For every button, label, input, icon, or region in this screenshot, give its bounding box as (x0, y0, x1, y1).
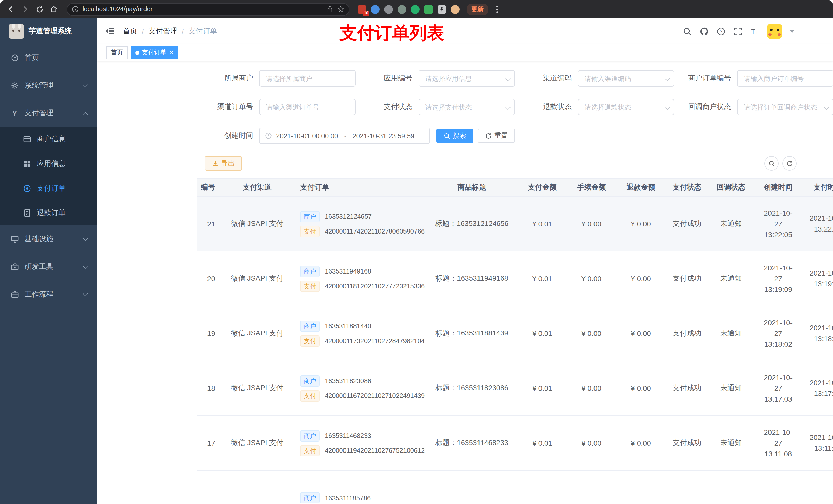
sidebar-item-system[interactable]: 系统管理 (0, 72, 97, 99)
site-info-icon[interactable] (72, 6, 79, 13)
create-time-range-picker[interactable]: 2021-10-01 00:00:00 - 2021-10-31 23:59:5… (259, 127, 430, 144)
chevron-down-icon (83, 82, 88, 87)
font-size-icon[interactable]: TT (750, 27, 759, 36)
app-select[interactable] (419, 70, 515, 87)
dashboard-icon (10, 53, 19, 62)
extension-icon-green-square[interactable] (424, 5, 433, 14)
url-text[interactable]: localhost:1024/pay/order (82, 6, 323, 13)
channel-order-no-input[interactable] (259, 99, 356, 115)
sidebar-item-pay-order[interactable]: 支付订单 (0, 176, 97, 201)
pay-status-select[interactable] (419, 99, 515, 115)
extension-icon-gray-1[interactable] (384, 5, 393, 14)
table-header-row: 编号 支付渠道 支付订单 商品标题 支付金额 手续金额 退款金额 支付状态 回调… (197, 178, 833, 196)
table-toolbar: 导出 (97, 156, 833, 171)
filter-form: 所属商户 应用编号 渠道编码 (97, 62, 833, 144)
bookmark-star-icon[interactable] (337, 6, 344, 13)
forward-icon[interactable] (20, 4, 31, 15)
refund-status-select[interactable] (578, 99, 674, 115)
extension-icon-green-circle[interactable] (411, 5, 420, 14)
merchant-order-no: 1635311468233 (325, 432, 371, 439)
sidebar-item-home[interactable]: 首页 (0, 44, 97, 72)
refund-amount: ¥ 0.00 (614, 416, 668, 471)
sidebar-item-infra[interactable]: 基础设施 (0, 225, 97, 253)
notify-status-select[interactable] (737, 99, 833, 115)
sidebar-item-refund-order[interactable]: 退款订单 (0, 201, 97, 225)
pay-status: 支付成功 (668, 361, 706, 416)
merchant-order-no: 1635311823086 (325, 377, 371, 385)
product-title (428, 471, 515, 504)
back-icon[interactable] (5, 4, 16, 15)
channel-pay-no: 4200001181202110277723215336 (325, 282, 425, 290)
date-start[interactable]: 2021-10-01 00:00:00 (276, 132, 338, 140)
home-icon[interactable] (48, 4, 60, 15)
sidebar-item-devtools[interactable]: 研发工具 (0, 253, 97, 281)
create-time: 2021-10-2713:11:08 (756, 416, 800, 471)
active-tab-dot (135, 50, 139, 54)
pay-order-cell: 商户 1635311468233 支付 42000011942021102767… (295, 416, 428, 471)
table-row: 19 微信 JSAPI 支付 商户 1635311881440 支付 42000… (197, 306, 833, 361)
toggle-search-button[interactable] (764, 156, 779, 171)
sidebar-fold-icon[interactable] (104, 26, 115, 36)
merchant-order-no: 1635311185786 (325, 494, 371, 502)
search-button[interactable]: 搜索 (436, 128, 473, 143)
sidebar-item-workflow[interactable]: 工作流程 (0, 281, 97, 308)
notify-status: 未通知 (706, 251, 756, 306)
pay-order-cell: 商户 1635311823086 支付 42000011672021102710… (295, 361, 428, 416)
pay-time: 2021-10-2713:22:15 (800, 196, 833, 251)
address-bar[interactable]: localhost:1024/pay/order (67, 3, 349, 16)
extensions-pin-icon[interactable] (437, 5, 446, 14)
extension-icon-blue[interactable] (371, 5, 380, 14)
pay-time: 2021-10-2713:17:08 (800, 361, 833, 416)
app-grid-icon (23, 160, 31, 168)
sidebar-item-pay[interactable]: ¥ 支付管理 (0, 99, 97, 127)
tab-close-icon[interactable]: × (170, 49, 173, 56)
export-button[interactable]: 导出 (205, 156, 242, 171)
order-id: 19 (197, 306, 219, 361)
reload-icon[interactable] (34, 4, 45, 15)
channel-code-select[interactable] (578, 70, 674, 87)
pay-time (800, 471, 833, 504)
pay-status: 支付成功 (668, 196, 706, 251)
fee-amount: ¥ 0.00 (569, 416, 614, 471)
user-avatar[interactable] (767, 24, 782, 39)
notify-status: 未通知 (706, 196, 756, 251)
create-time: 2021-10-2713:22:05 (756, 196, 800, 251)
refund-amount: ¥ 0.00 (614, 361, 668, 416)
sidebar-item-merchant-info[interactable]: 商户信息 (0, 127, 97, 152)
pay-status (668, 471, 706, 504)
fullscreen-icon[interactable] (733, 27, 742, 36)
browser-menu-icon[interactable] (494, 4, 500, 15)
help-icon[interactable]: ? (716, 27, 725, 36)
avatar-dropdown-icon[interactable] (790, 30, 794, 32)
filter-label-pay-status: 支付状态 (362, 102, 419, 112)
create-time: 2021-10-2713:18:02 (756, 306, 800, 361)
breadcrumb-pay[interactable]: 支付管理 (148, 26, 177, 35)
merchant-tag: 商户 (300, 430, 320, 441)
toolbox-icon (10, 263, 19, 271)
refresh-table-button[interactable] (782, 156, 796, 171)
svg-text:?: ? (719, 29, 722, 34)
merchant-input[interactable] (259, 70, 356, 87)
profile-avatar-icon[interactable] (451, 5, 459, 14)
search-icon[interactable] (682, 27, 692, 36)
merchant-order-no-input[interactable] (737, 70, 833, 87)
pay-time: 2021-10-2713:19:15 (800, 251, 833, 306)
pay-order-cell: 商户 1635311881440 支付 42000011732021102728… (295, 306, 428, 361)
date-end[interactable]: 2021-10-31 23:59:59 (353, 132, 414, 140)
extension-icon-red[interactable]: 10 (358, 5, 366, 14)
tab-home[interactable]: 首页 (106, 46, 127, 59)
breadcrumb-home[interactable]: 首页 (123, 26, 137, 35)
tab-pay-order[interactable]: 支付订单 × (130, 46, 178, 59)
order-table-body: 21 微信 JSAPI 支付 商户 1635312124657 支付 42000… (197, 196, 833, 504)
monitor-icon (10, 235, 19, 243)
chevron-down-icon (83, 236, 88, 241)
extension-icon-gray-2[interactable] (398, 5, 406, 14)
pay-channel: 微信 JSAPI 支付 (219, 416, 295, 471)
sidebar-item-app-info[interactable]: 应用信息 (0, 152, 97, 176)
yen-icon: ¥ (10, 109, 19, 118)
browser-update-button[interactable]: 更新 (467, 3, 488, 15)
app-logo[interactable]: 芋道管理系统 (0, 19, 97, 44)
reset-button[interactable]: 重置 (478, 128, 515, 143)
github-icon[interactable] (699, 27, 709, 36)
share-icon[interactable] (326, 6, 334, 13)
